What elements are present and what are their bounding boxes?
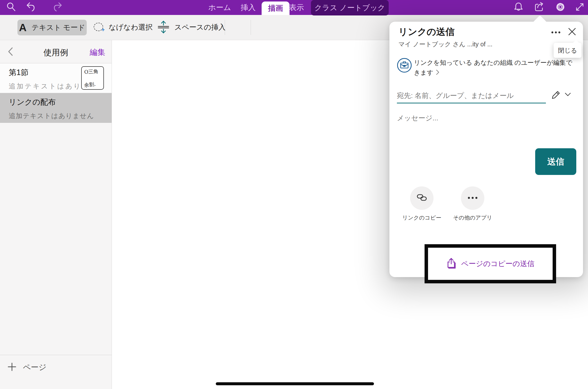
insert-space-button[interactable]: スペースの挿入 — [156, 15, 226, 40]
edit-permission-button[interactable] — [551, 90, 561, 100]
recipient-dropdown-button[interactable] — [564, 92, 572, 99]
tab-home[interactable]: ホーム — [208, 0, 231, 15]
text-mode-a-icon: A — [19, 22, 26, 34]
upload-icon — [446, 257, 457, 271]
chevron-right-icon — [433, 69, 440, 76]
briefcase-icon — [400, 61, 409, 70]
search-button[interactable] — [5, 2, 17, 13]
page-list-item-selected[interactable]: リンクの配布 追加テキストはありません — [0, 93, 112, 123]
top-app-bar: ホーム 挿入 描画 表示 クラス ノートブック — [0, 0, 588, 15]
more-apps-label: その他のアプリ — [448, 214, 498, 222]
link-icon — [417, 193, 427, 204]
pencil-icon — [551, 96, 561, 101]
page-list-sidebar: 使用例 編集 第1節 追加テキストはありま… O三角 余割. リンクの配布 追加… — [0, 40, 112, 389]
lasso-icon: + — [93, 22, 105, 33]
add-page-button[interactable]: ページ — [0, 355, 112, 373]
chevron-down-icon — [564, 93, 571, 98]
share-button[interactable] — [534, 2, 545, 13]
home-indicator[interactable] — [216, 382, 374, 385]
thumbnail-handwriting: O三角 — [84, 68, 102, 76]
plus-icon — [7, 362, 16, 372]
toolbar-divider — [225, 20, 225, 35]
tab-draw[interactable]: 描画 — [262, 1, 290, 15]
share-icon — [534, 1, 545, 14]
expand-icon — [574, 1, 585, 13]
settings-button[interactable] — [555, 2, 566, 13]
organization-permission-button[interactable] — [397, 58, 412, 73]
redo-button[interactable] — [51, 2, 63, 13]
copy-link-button[interactable] — [410, 186, 434, 210]
redo-icon — [52, 1, 63, 13]
gear-icon — [555, 1, 566, 13]
message-input[interactable] — [397, 111, 569, 125]
close-tooltip-label: 閉じる — [558, 46, 577, 55]
onenote-app: ホーム 挿入 描画 表示 クラス ノートブック A — [0, 0, 588, 389]
search-icon — [6, 1, 17, 13]
insert-space-icon — [156, 20, 170, 35]
page-subtitle: 追加テキストはありません — [9, 111, 112, 120]
tab-view[interactable]: 表示 — [289, 0, 304, 15]
toolbar-divider — [251, 20, 251, 35]
thumbnail-handwriting: 余割. — [84, 80, 103, 90]
expand-button[interactable] — [574, 2, 586, 13]
tab-class-notebook[interactable]: クラス ノートブック — [311, 0, 389, 15]
send-page-copy-button[interactable]: ページのコピーの送信 — [446, 257, 534, 271]
tab-insert[interactable]: 挿入 — [241, 0, 256, 15]
copy-link-label: リンクのコピー — [397, 214, 447, 222]
undo-button[interactable] — [26, 2, 37, 13]
send-page-copy-highlight: ページのコピーの送信 — [425, 244, 556, 283]
add-page-label: ページ — [23, 362, 46, 373]
more-apps-button[interactable] — [461, 186, 484, 210]
sidebar-header: 使用例 編集 — [0, 40, 112, 63]
notifications-button[interactable] — [513, 2, 524, 13]
permission-description[interactable]: リンクを知っている あなたの組織 のユーザーが編集できます — [414, 58, 575, 78]
page-title: リンクの配布 — [9, 97, 112, 107]
dialog-more-button[interactable] — [551, 28, 561, 38]
dialog-title: リンクの送信 — [398, 26, 454, 38]
text-mode-label: テキスト モード — [32, 23, 85, 33]
text-mode-button[interactable]: A テキスト モード — [17, 20, 87, 35]
ellipsis-icon — [467, 196, 478, 200]
insert-space-label: スペースの挿入 — [174, 22, 226, 32]
lasso-select-button[interactable]: + なげなわ選択 — [93, 15, 153, 40]
undo-icon — [26, 1, 37, 13]
send-link-dialog: リンクの送信 マイ ノートブック さん ...ity of ... リンクを知 — [389, 22, 583, 277]
dialog-close-button[interactable] — [567, 27, 578, 38]
bell-icon — [513, 1, 524, 13]
send-button[interactable]: 送信 — [535, 148, 576, 175]
page-list-item[interactable]: 第1節 追加テキストはありま… O三角 余割. — [0, 63, 112, 93]
notebook-subtitle: マイ ノートブック さん ...ity of ... — [398, 40, 493, 48]
page-thumbnail: O三角 余割. — [81, 66, 104, 90]
send-page-copy-label: ページのコピーの送信 — [461, 259, 534, 269]
lasso-label: なげなわ選択 — [109, 22, 153, 32]
recipient-input[interactable] — [397, 88, 546, 103]
ellipsis-icon — [551, 30, 561, 35]
edit-button[interactable]: 編集 — [90, 47, 105, 58]
close-tooltip: 閉じる — [554, 43, 582, 58]
close-icon — [568, 27, 577, 37]
